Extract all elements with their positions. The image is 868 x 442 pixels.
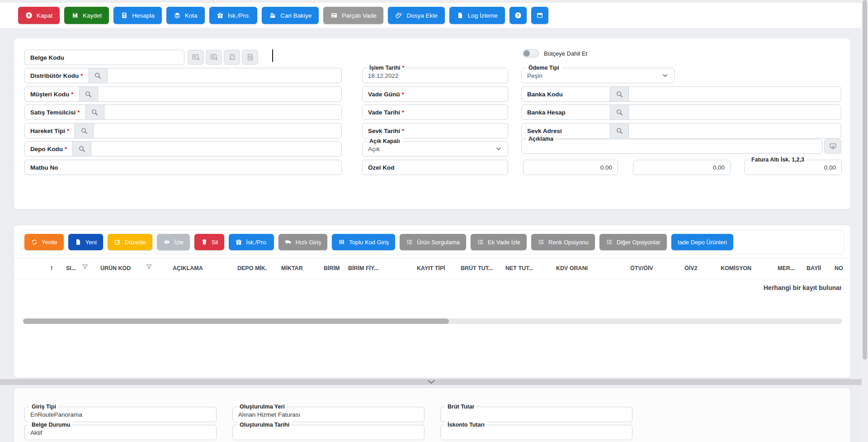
lookup-value-input[interactable] <box>108 68 341 83</box>
bulk-code-entry-button[interactable]: Toplu Kod Giriş <box>332 234 395 250</box>
lookup-search-button[interactable] <box>610 124 629 138</box>
column-header-warning[interactable]: ! <box>51 265 52 271</box>
filter-icon[interactable] <box>82 264 88 270</box>
help-button[interactable]: ? <box>509 7 527 24</box>
quota-button[interactable]: Kota <box>166 7 205 24</box>
due-date-field[interactable]: Vade Tarihi* <box>362 105 508 120</box>
view-button[interactable]: İzle <box>157 234 189 250</box>
column-header-oiv2[interactable]: ÖİV2 <box>684 265 698 271</box>
document-search-button[interactable] <box>242 50 258 65</box>
panel-splitter[interactable] <box>0 379 862 385</box>
lookup-value-input[interactable] <box>94 124 341 138</box>
column-header-aciklama[interactable]: AÇIKLAMA <box>173 265 203 271</box>
color-option-button[interactable]: Renk Opsiyonu <box>531 234 595 250</box>
product-query-button[interactable]: Ürün Sorgulama <box>400 234 466 250</box>
column-header-brut-tut[interactable]: BRÜT TUT... <box>461 265 493 271</box>
lookup-value-input[interactable] <box>98 87 341 101</box>
bank-code-field[interactable]: Banka Kodu <box>521 86 841 102</box>
gross-total-field[interactable]: Brüt Tutar <box>440 407 632 422</box>
discount-promo-button[interactable]: İsk./Pro. <box>209 7 258 24</box>
invoice-discount-field[interactable]: Fatura Altı İsk. 1,2,3 0.00 <box>744 160 842 175</box>
delete-button[interactable]: Sil <box>194 234 224 250</box>
dispatch-date-field[interactable]: Sevk Tarihi* <box>362 123 508 138</box>
column-header-birim[interactable]: BİRİM <box>324 265 340 271</box>
column-header-depo-mik[interactable]: DEPO MİK. <box>237 265 267 271</box>
lookup-value-input[interactable] <box>104 105 341 119</box>
quick-entry-button[interactable]: Hızlı Giriş <box>278 234 327 250</box>
horizontal-scrollbar-thumb[interactable] <box>23 318 449 324</box>
description-field[interactable]: Açıklama <box>521 139 822 154</box>
column-header-no[interactable]: NO... <box>835 265 844 271</box>
lookup-search-button[interactable] <box>89 68 108 83</box>
save-button[interactable]: Kaydet <box>64 7 109 24</box>
column-header-birim-fiy[interactable]: BİRİM FİY... <box>348 265 378 271</box>
lookup-value-input[interactable] <box>91 142 341 156</box>
column-header-bayii[interactable]: BAYİİ <box>807 265 821 271</box>
due-day-field[interactable]: Vade Günü* <box>362 86 508 102</box>
lookup-search-button[interactable] <box>610 87 629 101</box>
account-balance-button[interactable]: Cari Bakiye <box>262 7 319 24</box>
line-discount-promo-button[interactable]: İsk./Pro. <box>229 234 274 250</box>
window-button[interactable] <box>531 7 548 24</box>
discount-total-field[interactable]: İskonto Tutarı <box>440 425 632 440</box>
column-header-net-tut[interactable]: NET TUT... <box>505 265 533 271</box>
column-header-otv-oiv[interactable]: ÖTV/ÖİV <box>630 265 653 271</box>
lookup-search-button[interactable] <box>72 142 91 156</box>
installment-button[interactable]: Parçalı Vade <box>323 7 383 24</box>
amount-field-1[interactable]: 0.00 <box>523 160 618 175</box>
creation-place-field[interactable]: Oluşturulma Yeri Alınan Hizmet Faturası <box>232 407 425 422</box>
button-label: Düzenle <box>125 239 146 246</box>
lookup-value-input[interactable] <box>629 124 841 138</box>
entry-type-field[interactable]: Giriş Tipi EnRoutePanorama <box>24 407 217 422</box>
column-header-komisyon[interactable]: KOMİSYON <box>721 265 751 271</box>
include-budget-toggle[interactable] <box>523 49 539 57</box>
column-header-kdv-orani[interactable]: KDV ORANI <box>556 265 588 271</box>
other-options-button[interactable]: Diğer Opsiyonlar <box>599 234 667 250</box>
extra-term-view-button[interactable]: Ek Vade İzle <box>471 234 527 250</box>
lookup-search-button[interactable] <box>75 124 94 138</box>
photo-badge-button[interactable]: 0 <box>188 50 204 65</box>
transaction-date-field[interactable]: İşlem Tarihi* 16.12.2022 <box>362 68 508 83</box>
sales-rep-field[interactable]: Satış Temsilcisi* <box>24 105 342 120</box>
special-code-field[interactable]: Özel Kod <box>362 160 508 175</box>
photo-search-button[interactable]: 0 <box>206 50 222 65</box>
bank-account-field[interactable]: Banka Hesap <box>521 105 841 120</box>
filter-icon[interactable] <box>146 264 152 270</box>
creation-date-field[interactable]: Oluşturulma Tarihi <box>232 425 425 440</box>
close-button[interactable]: Kapat <box>18 7 60 24</box>
document-code-field[interactable]: Belge Kodu <box>24 50 184 65</box>
warehouse-code-field[interactable]: Depo Kodu* <box>24 141 342 157</box>
lookup-value-input[interactable] <box>629 105 841 119</box>
log-view-button[interactable]: Log İzleme <box>449 7 505 24</box>
column-header-kayit-tipi[interactable]: KAYIT TİPİ <box>417 265 445 271</box>
lookup-value-input[interactable] <box>629 87 841 101</box>
amount-field-2[interactable]: 0.00 <box>633 160 731 175</box>
document-status-field[interactable]: Belge Durumu Aktif <box>24 425 217 440</box>
column-header-sira[interactable]: SI... <box>66 265 76 271</box>
lookup-search-button[interactable] <box>85 105 104 119</box>
dispatch-address-field[interactable]: Sevk Adresi <box>521 123 841 138</box>
attach-file-button[interactable]: Dosya Ekle <box>388 7 444 24</box>
refresh-button[interactable]: Yenile <box>24 234 64 250</box>
distributor-code-field[interactable]: Distribütör Kodu* <box>24 68 342 83</box>
lookup-search-button[interactable] <box>610 105 629 119</box>
new-button[interactable]: Yeni <box>68 234 103 250</box>
customer-code-field[interactable]: Müşteri Kodu* <box>24 86 342 102</box>
open-closed-select[interactable]: Açık Kapalı Açık <box>362 141 508 157</box>
description-expand-button[interactable] <box>824 139 841 154</box>
return-warehouse-products-button[interactable]: Iade Depo Ürünleri <box>671 234 733 250</box>
payment-type-select[interactable]: Ödeme Tipi Peşin <box>521 68 675 83</box>
document-send-button[interactable] <box>224 50 240 65</box>
column-header-urun-kod[interactable]: ÜRÜN KOD <box>100 265 131 271</box>
printed-no-field[interactable]: Matbu No <box>24 160 342 175</box>
calculate-button[interactable]: Hesapla <box>113 7 162 24</box>
horizontal-scrollbar[interactable] <box>23 318 842 324</box>
movement-type-field[interactable]: Hareket Tipi* <box>24 123 342 138</box>
column-header-mer[interactable]: MER... <box>778 265 795 271</box>
edit-button[interactable]: Düzenle <box>108 234 153 250</box>
button-label: Diğer Opsiyonlar <box>617 239 660 246</box>
vertical-scrollbar-thumb[interactable] <box>863 0 867 360</box>
lookup-search-button[interactable] <box>79 87 98 101</box>
vertical-scrollbar[interactable] <box>862 0 868 442</box>
column-header-miktar[interactable]: MİKTAR <box>281 265 303 271</box>
